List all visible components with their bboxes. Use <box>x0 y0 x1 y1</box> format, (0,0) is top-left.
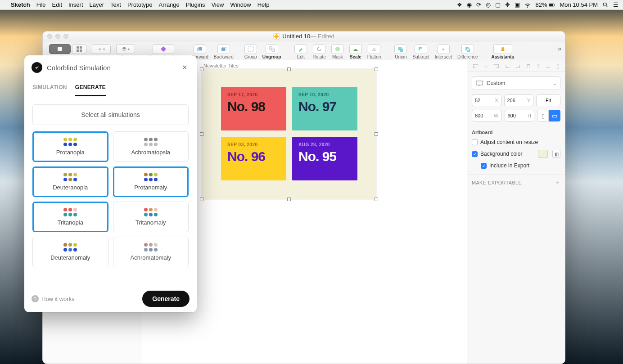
make-exportable[interactable]: MAKE EXPORTABLE＋ <box>467 175 565 190</box>
color-swatch[interactable] <box>538 150 548 158</box>
how-it-works-link[interactable]: ?How it works <box>32 295 75 302</box>
sim-card-deuteranomaly[interactable]: Deuteranomaly <box>32 237 108 267</box>
menu-layer[interactable]: Layer <box>90 1 104 8</box>
traffic-lights[interactable] <box>47 34 68 39</box>
sim-card-tritanopia[interactable]: Tritanopia <box>32 202 108 232</box>
tb-edit[interactable] <box>294 44 307 54</box>
sel-handle[interactable] <box>375 67 378 71</box>
svg-rect-24 <box>476 81 483 85</box>
generate-button[interactable]: Generate <box>142 291 190 307</box>
menu-prototype[interactable]: Prototype <box>127 1 153 8</box>
w-input[interactable]: 800W <box>472 110 502 121</box>
tb-group[interactable] <box>244 44 257 54</box>
sim-card-protanopia[interactable]: Protanopia <box>32 131 108 162</box>
tb-rotate[interactable] <box>313 44 325 54</box>
tb-intersect[interactable] <box>437 44 450 54</box>
battery-menu-icon[interactable]: ▣ <box>515 1 520 8</box>
sim-card-achromatomaly[interactable]: Achromatomaly <box>113 237 189 267</box>
tab-generate[interactable]: GENERATE <box>75 80 106 96</box>
tb-create-symbol[interactable] <box>153 44 174 54</box>
tb-scale[interactable] <box>349 44 362 54</box>
tb-forward[interactable] <box>194 44 206 54</box>
menu-edit[interactable]: Edit <box>52 1 62 8</box>
svg-rect-9 <box>80 49 82 52</box>
adjust-checkbox[interactable]: Adjust content on resize <box>467 137 565 148</box>
artboard-label[interactable]: Newsletter Tiles <box>203 63 239 68</box>
svg-point-17 <box>335 47 340 51</box>
wifi-icon[interactable] <box>524 2 531 8</box>
sel-handle[interactable] <box>287 198 291 201</box>
minimize-window-icon[interactable] <box>55 34 60 39</box>
bgcolor-checkbox[interactable]: ✓Background color◧ <box>467 148 565 160</box>
tile-date: SEP 17, 2020 <box>227 92 280 97</box>
tb-difference[interactable] <box>461 44 474 54</box>
menu-text[interactable]: Text <box>110 1 121 8</box>
svg-rect-11 <box>199 47 202 50</box>
tb-insert[interactable]: ＋ ▾ <box>92 44 111 54</box>
toolbar-overflow-icon[interactable]: » <box>558 45 561 52</box>
sync-icon[interactable]: ⟳ <box>476 1 481 8</box>
sel-handle[interactable] <box>200 67 203 71</box>
cc-icon[interactable]: ◎ <box>486 1 491 8</box>
tile-98[interactable]: SEP 17, 2020 No. 98 <box>221 87 286 130</box>
color-picker-button[interactable]: ◧ <box>552 150 560 158</box>
menu-insert[interactable]: Insert <box>68 1 83 8</box>
tile-96[interactable]: SEP 03, 2020 No. 96 <box>221 137 286 180</box>
tab-simulation[interactable]: SIMULATION <box>32 80 67 96</box>
tile-97[interactable]: SEP 10, 2020 No. 97 <box>292 87 357 130</box>
battery-percent[interactable]: 82% <box>535 1 555 8</box>
sel-handle[interactable] <box>375 198 378 201</box>
sim-card-deuteranopia[interactable]: Deuteranopia <box>32 166 108 197</box>
stark-logo-icon <box>32 62 42 73</box>
x-input[interactable]: 52X <box>472 94 501 106</box>
close-icon[interactable]: ✕ <box>180 62 190 73</box>
sim-card-tritanomaly[interactable]: Tritanomaly <box>113 202 189 232</box>
select-all-button[interactable]: Select all simulations <box>32 104 189 125</box>
svg-rect-2 <box>555 4 555 5</box>
tile-95[interactable]: AUG 28, 2020 No. 95 <box>292 137 357 180</box>
figma-icon[interactable]: ◉ <box>467 1 472 8</box>
app-name[interactable]: Sketch <box>11 1 30 8</box>
sel-handle[interactable] <box>287 67 291 71</box>
zoom-window-icon[interactable] <box>63 34 68 39</box>
spotlight-icon[interactable] <box>602 2 609 8</box>
tb-components[interactable] <box>72 44 86 54</box>
tb-backward[interactable] <box>217 44 230 54</box>
menu-view[interactable]: View <box>211 1 224 8</box>
sel-handle[interactable] <box>200 198 203 201</box>
menu-help[interactable]: Help <box>257 1 270 8</box>
tb-flatten[interactable] <box>368 44 380 54</box>
menu-file[interactable]: File <box>36 1 46 8</box>
dropbox-icon[interactable]: ❖ <box>457 1 462 8</box>
orientation-toggle[interactable]: ▯▭ <box>537 110 560 121</box>
artboard[interactable]: SEP 17, 2020 No. 98 SEP 10, 2020 No. 97 … <box>201 69 376 199</box>
y-input[interactable]: 206Y <box>504 94 534 106</box>
tb-data[interactable]: ▾ <box>116 44 135 54</box>
menu-plugins[interactable]: Plugins <box>186 1 205 8</box>
tb-subtract[interactable] <box>415 44 427 54</box>
sim-card-protanomaly[interactable]: Protanomaly <box>113 166 189 197</box>
window-titlebar[interactable]: Untitled 10 — Edited <box>43 31 565 41</box>
svg-rect-22 <box>467 49 469 50</box>
menu-arrange[interactable]: Arrange <box>159 1 180 8</box>
control-center-icon[interactable]: ☰ <box>613 1 618 8</box>
tb-union[interactable] <box>394 44 407 54</box>
move-icon[interactable]: ✥ <box>505 1 510 8</box>
fit-button[interactable]: Fit <box>536 94 560 106</box>
menu-window[interactable]: Window <box>230 1 251 8</box>
include-export-checkbox[interactable]: ✓Include in Export <box>467 160 565 171</box>
h-input[interactable]: 600H <box>505 110 535 121</box>
svg-line-4 <box>606 5 608 7</box>
sel-handle[interactable] <box>375 132 378 136</box>
tb-ungroup[interactable] <box>266 44 278 54</box>
clock[interactable]: Mon 10:54 PM <box>560 1 598 8</box>
close-window-icon[interactable] <box>47 34 52 39</box>
tb-assistants[interactable] <box>493 44 512 54</box>
size-preset[interactable]: Custom ⌄ <box>472 76 560 90</box>
tb-mask[interactable] <box>331 44 344 54</box>
tb-canvas[interactable] <box>49 44 71 54</box>
sel-handle[interactable] <box>200 132 203 136</box>
airplay-icon[interactable]: ▢ <box>495 1 501 8</box>
align-controls[interactable]: ⫍≡⫎⊏⊐⊓T⊥▯ <box>467 60 565 72</box>
sim-card-achromatopsia[interactable]: Achromatopsia <box>113 131 189 162</box>
